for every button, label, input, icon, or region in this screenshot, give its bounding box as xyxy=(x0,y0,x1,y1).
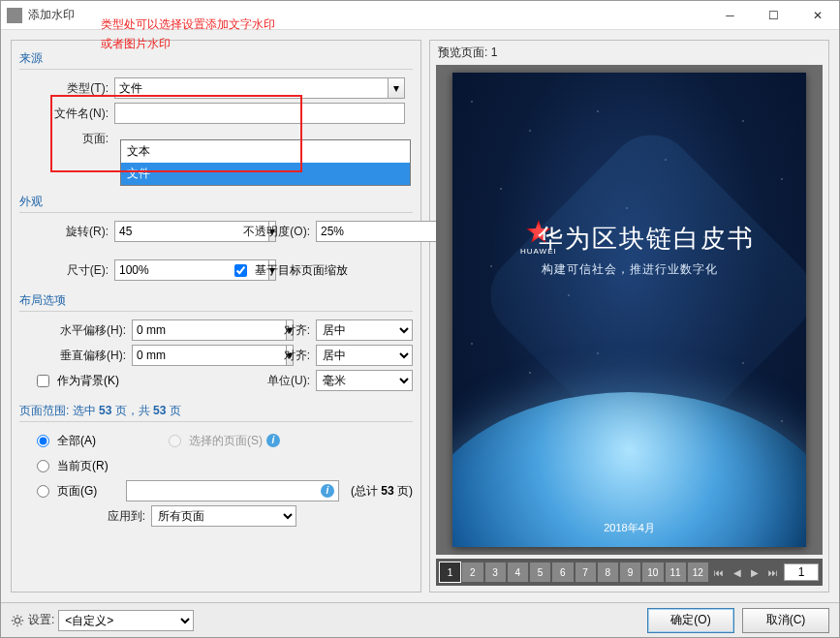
cancel-button[interactable]: 取消(C) xyxy=(742,608,829,633)
type-combobox[interactable]: ▾ xyxy=(114,77,405,99)
annotation-overlay: 类型处可以选择设置添加文字水印 或者图片水印 xyxy=(101,15,275,53)
thumb[interactable]: 3 xyxy=(485,562,506,582)
filename-label: 文件名(N): xyxy=(19,106,109,122)
doc-subtitle: 构建可信社会，推进行业数字化 xyxy=(452,261,806,278)
thumb[interactable]: 5 xyxy=(530,562,550,582)
target-zoom-checkbox[interactable]: 基于目标页面缩放 xyxy=(234,262,348,279)
opacity-label: 不透明度(O): xyxy=(227,224,310,240)
align-v-label: 对齐: xyxy=(234,348,310,364)
apply-select[interactable]: 所有页面 xyxy=(151,505,296,527)
pages-input[interactable]: i xyxy=(126,480,339,501)
range-current-radio[interactable]: 当前页(R) xyxy=(37,458,109,474)
preview-page: HUAWEI 华为区块链白皮书 构建可信社会，推进行业数字化 2018年4月 xyxy=(452,73,806,547)
preview-header: 预览页面: 1 xyxy=(430,41,828,65)
thumb-last-icon[interactable]: ⏭ xyxy=(764,567,782,578)
thumb[interactable]: 11 xyxy=(666,562,686,582)
maximize-button[interactable]: ☐ xyxy=(752,1,795,29)
thumb-first-icon[interactable]: ⏮ xyxy=(710,567,728,578)
size-combo[interactable]: ▾ xyxy=(114,259,221,281)
thumb-prev-icon[interactable]: ◀ xyxy=(730,567,745,578)
minimize-button[interactable]: ─ xyxy=(708,1,752,29)
thumbnail-strip: 1 2 3 4 5 6 7 8 9 10 11 12 ⏮ ◀ ▶ ⏭ xyxy=(436,559,823,586)
settings-label: 设置: xyxy=(28,612,54,628)
info-icon[interactable]: i xyxy=(266,434,280,447)
section-range: 页面范围: 选中 53 页，共 53 页 xyxy=(12,399,420,421)
thumb[interactable]: 2 xyxy=(462,562,482,582)
chevron-down-icon[interactable]: ▾ xyxy=(388,77,405,99)
type-option-file[interactable]: 文件 xyxy=(121,163,410,185)
thumb[interactable]: 4 xyxy=(508,562,528,582)
doc-date: 2018年4月 xyxy=(452,521,806,535)
preview-panel: 预览页面: 1 HUAWEI 华为区块链白皮书 构建可信社会，推进行业数字化 2… xyxy=(429,40,829,592)
source-page-label: 页面: xyxy=(19,131,109,147)
voffset-combo[interactable]: ▾ xyxy=(132,345,229,366)
close-button[interactable]: ✕ xyxy=(795,1,839,29)
thumb-next-icon[interactable]: ▶ xyxy=(747,567,762,578)
range-all-radio[interactable]: 全部(A) xyxy=(37,433,163,449)
align-v-select[interactable]: 居中 xyxy=(316,345,413,366)
section-layout: 布局选项 xyxy=(12,289,420,311)
info-icon[interactable]: i xyxy=(321,484,334,498)
range-pages-radio[interactable]: 页面(G) xyxy=(37,483,120,500)
left-panel: 来源 类型(T): ▾ 文件名(N): 页面: 文本 文件 xyxy=(11,40,421,592)
filename-input[interactable] xyxy=(114,103,405,124)
preview-body: HUAWEI 华为区块链白皮书 构建可信社会，推进行业数字化 2018年4月 xyxy=(436,65,823,555)
window-title: 添加水印 xyxy=(28,7,75,23)
unit-select[interactable]: 毫米 xyxy=(316,370,413,391)
hoffset-combo[interactable]: ▾ xyxy=(132,319,229,341)
doc-title: 华为区块链白皮书 xyxy=(452,222,806,256)
thumb-page-input[interactable] xyxy=(784,563,819,581)
align-h-label: 对齐: xyxy=(234,322,310,339)
section-appearance: 外观 xyxy=(12,190,420,212)
thumb[interactable]: 9 xyxy=(620,562,640,582)
apply-label: 应用到: xyxy=(19,508,145,525)
type-dropdown-list: 文本 文件 xyxy=(120,139,411,186)
voffset-label: 垂直偏移(H): xyxy=(19,348,126,364)
opacity-combo[interactable]: ▾ xyxy=(316,221,413,242)
type-input[interactable] xyxy=(114,77,388,99)
footer: 设置: <自定义> 确定(O) 取消(C) xyxy=(1,602,839,637)
svg-point-0 xyxy=(15,618,19,623)
ok-button[interactable]: 确定(O) xyxy=(647,608,734,633)
thumb[interactable]: 1 xyxy=(440,562,460,582)
gear-icon xyxy=(11,614,24,627)
add-watermark-window: 添加水印 ─ ☐ ✕ 类型处可以选择设置添加文字水印 或者图片水印 来源 类型(… xyxy=(0,0,840,638)
as-bg-checkbox[interactable]: 作为背景(K) xyxy=(37,373,119,389)
unit-label: 单位(U): xyxy=(242,373,310,389)
rotation-label: 旋转(R): xyxy=(19,224,109,240)
thumb[interactable]: 10 xyxy=(642,562,663,582)
align-h-select[interactable]: 居中 xyxy=(316,319,413,341)
range-selected-radio: 选择的页面(S) i xyxy=(169,433,280,449)
app-icon xyxy=(7,8,22,23)
type-option-text[interactable]: 文本 xyxy=(121,140,410,163)
size-label: 尺寸(E): xyxy=(19,262,109,279)
thumb[interactable]: 7 xyxy=(576,562,596,582)
settings-select[interactable]: <自定义> xyxy=(58,610,194,631)
thumb[interactable]: 12 xyxy=(688,562,708,582)
type-label: 类型(T): xyxy=(19,80,109,97)
hoffset-label: 水平偏移(H): xyxy=(19,322,126,339)
thumb[interactable]: 8 xyxy=(598,562,618,582)
thumb[interactable]: 6 xyxy=(552,562,573,582)
rotation-combo[interactable]: ▾ xyxy=(114,221,221,242)
